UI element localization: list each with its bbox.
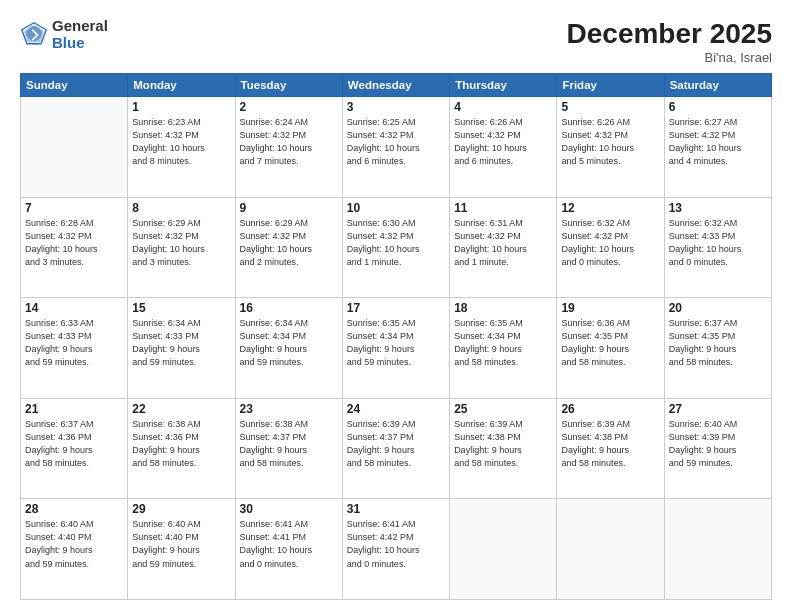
day-number: 6 — [669, 100, 767, 114]
weekday-header: Monday — [128, 74, 235, 97]
day-info: Sunrise: 6:34 AM Sunset: 4:33 PM Dayligh… — [132, 317, 230, 369]
calendar-cell: 13Sunrise: 6:32 AM Sunset: 4:33 PM Dayli… — [664, 197, 771, 298]
calendar-week-row: 7Sunrise: 6:28 AM Sunset: 4:32 PM Daylig… — [21, 197, 772, 298]
day-info: Sunrise: 6:40 AM Sunset: 4:40 PM Dayligh… — [132, 518, 230, 570]
day-number: 27 — [669, 402, 767, 416]
header: General Blue December 2025 Bi'na, Israel — [20, 18, 772, 65]
calendar-cell: 3Sunrise: 6:25 AM Sunset: 4:32 PM Daylig… — [342, 97, 449, 198]
day-info: Sunrise: 6:40 AM Sunset: 4:40 PM Dayligh… — [25, 518, 123, 570]
logo-blue: Blue — [52, 35, 108, 52]
day-number: 1 — [132, 100, 230, 114]
calendar-week-row: 21Sunrise: 6:37 AM Sunset: 4:36 PM Dayli… — [21, 398, 772, 499]
calendar-cell: 9Sunrise: 6:29 AM Sunset: 4:32 PM Daylig… — [235, 197, 342, 298]
calendar-cell: 14Sunrise: 6:33 AM Sunset: 4:33 PM Dayli… — [21, 298, 128, 399]
calendar-cell — [557, 499, 664, 600]
day-info: Sunrise: 6:27 AM Sunset: 4:32 PM Dayligh… — [669, 116, 767, 168]
title-area: December 2025 Bi'na, Israel — [567, 18, 772, 65]
day-number: 15 — [132, 301, 230, 315]
day-info: Sunrise: 6:30 AM Sunset: 4:32 PM Dayligh… — [347, 217, 445, 269]
calendar-cell: 21Sunrise: 6:37 AM Sunset: 4:36 PM Dayli… — [21, 398, 128, 499]
calendar-cell: 7Sunrise: 6:28 AM Sunset: 4:32 PM Daylig… — [21, 197, 128, 298]
day-number: 3 — [347, 100, 445, 114]
page: General Blue December 2025 Bi'na, Israel… — [0, 0, 792, 612]
calendar-week-row: 1Sunrise: 6:23 AM Sunset: 4:32 PM Daylig… — [21, 97, 772, 198]
calendar-cell: 25Sunrise: 6:39 AM Sunset: 4:38 PM Dayli… — [450, 398, 557, 499]
day-info: Sunrise: 6:25 AM Sunset: 4:32 PM Dayligh… — [347, 116, 445, 168]
day-info: Sunrise: 6:37 AM Sunset: 4:36 PM Dayligh… — [25, 418, 123, 470]
day-number: 2 — [240, 100, 338, 114]
day-info: Sunrise: 6:33 AM Sunset: 4:33 PM Dayligh… — [25, 317, 123, 369]
day-info: Sunrise: 6:31 AM Sunset: 4:32 PM Dayligh… — [454, 217, 552, 269]
day-number: 19 — [561, 301, 659, 315]
day-number: 10 — [347, 201, 445, 215]
day-info: Sunrise: 6:40 AM Sunset: 4:39 PM Dayligh… — [669, 418, 767, 470]
calendar-cell: 18Sunrise: 6:35 AM Sunset: 4:34 PM Dayli… — [450, 298, 557, 399]
weekday-header: Sunday — [21, 74, 128, 97]
day-info: Sunrise: 6:39 AM Sunset: 4:38 PM Dayligh… — [454, 418, 552, 470]
calendar-cell: 19Sunrise: 6:36 AM Sunset: 4:35 PM Dayli… — [557, 298, 664, 399]
day-info: Sunrise: 6:32 AM Sunset: 4:32 PM Dayligh… — [561, 217, 659, 269]
day-info: Sunrise: 6:26 AM Sunset: 4:32 PM Dayligh… — [561, 116, 659, 168]
calendar-cell: 31Sunrise: 6:41 AM Sunset: 4:42 PM Dayli… — [342, 499, 449, 600]
calendar-cell: 27Sunrise: 6:40 AM Sunset: 4:39 PM Dayli… — [664, 398, 771, 499]
day-info: Sunrise: 6:35 AM Sunset: 4:34 PM Dayligh… — [454, 317, 552, 369]
day-number: 16 — [240, 301, 338, 315]
calendar-cell: 30Sunrise: 6:41 AM Sunset: 4:41 PM Dayli… — [235, 499, 342, 600]
day-number: 8 — [132, 201, 230, 215]
day-number: 24 — [347, 402, 445, 416]
day-number: 9 — [240, 201, 338, 215]
calendar-cell: 15Sunrise: 6:34 AM Sunset: 4:33 PM Dayli… — [128, 298, 235, 399]
day-number: 21 — [25, 402, 123, 416]
day-number: 13 — [669, 201, 767, 215]
calendar-cell: 29Sunrise: 6:40 AM Sunset: 4:40 PM Dayli… — [128, 499, 235, 600]
logo: General Blue — [20, 18, 108, 51]
calendar-cell: 4Sunrise: 6:26 AM Sunset: 4:32 PM Daylig… — [450, 97, 557, 198]
day-number: 22 — [132, 402, 230, 416]
calendar-cell: 1Sunrise: 6:23 AM Sunset: 4:32 PM Daylig… — [128, 97, 235, 198]
day-info: Sunrise: 6:39 AM Sunset: 4:38 PM Dayligh… — [561, 418, 659, 470]
day-info: Sunrise: 6:34 AM Sunset: 4:34 PM Dayligh… — [240, 317, 338, 369]
calendar-cell: 2Sunrise: 6:24 AM Sunset: 4:32 PM Daylig… — [235, 97, 342, 198]
calendar-cell: 22Sunrise: 6:38 AM Sunset: 4:36 PM Dayli… — [128, 398, 235, 499]
day-info: Sunrise: 6:29 AM Sunset: 4:32 PM Dayligh… — [240, 217, 338, 269]
day-number: 11 — [454, 201, 552, 215]
day-number: 17 — [347, 301, 445, 315]
logo-icon — [20, 21, 48, 49]
calendar-cell: 23Sunrise: 6:38 AM Sunset: 4:37 PM Dayli… — [235, 398, 342, 499]
day-number: 30 — [240, 502, 338, 516]
weekday-header: Tuesday — [235, 74, 342, 97]
day-number: 5 — [561, 100, 659, 114]
day-info: Sunrise: 6:35 AM Sunset: 4:34 PM Dayligh… — [347, 317, 445, 369]
calendar-cell — [450, 499, 557, 600]
calendar-cell — [664, 499, 771, 600]
calendar-cell: 8Sunrise: 6:29 AM Sunset: 4:32 PM Daylig… — [128, 197, 235, 298]
weekday-header: Saturday — [664, 74, 771, 97]
day-number: 18 — [454, 301, 552, 315]
calendar-cell: 10Sunrise: 6:30 AM Sunset: 4:32 PM Dayli… — [342, 197, 449, 298]
day-info: Sunrise: 6:41 AM Sunset: 4:41 PM Dayligh… — [240, 518, 338, 570]
day-number: 20 — [669, 301, 767, 315]
day-number: 31 — [347, 502, 445, 516]
calendar-week-row: 28Sunrise: 6:40 AM Sunset: 4:40 PM Dayli… — [21, 499, 772, 600]
calendar-cell — [21, 97, 128, 198]
calendar-cell: 11Sunrise: 6:31 AM Sunset: 4:32 PM Dayli… — [450, 197, 557, 298]
weekday-header-row: SundayMondayTuesdayWednesdayThursdayFrid… — [21, 74, 772, 97]
day-info: Sunrise: 6:26 AM Sunset: 4:32 PM Dayligh… — [454, 116, 552, 168]
day-number: 23 — [240, 402, 338, 416]
day-number: 7 — [25, 201, 123, 215]
calendar-cell: 17Sunrise: 6:35 AM Sunset: 4:34 PM Dayli… — [342, 298, 449, 399]
day-number: 29 — [132, 502, 230, 516]
day-info: Sunrise: 6:29 AM Sunset: 4:32 PM Dayligh… — [132, 217, 230, 269]
day-info: Sunrise: 6:38 AM Sunset: 4:36 PM Dayligh… — [132, 418, 230, 470]
day-info: Sunrise: 6:41 AM Sunset: 4:42 PM Dayligh… — [347, 518, 445, 570]
location: Bi'na, Israel — [567, 50, 772, 65]
weekday-header: Wednesday — [342, 74, 449, 97]
calendar-cell: 28Sunrise: 6:40 AM Sunset: 4:40 PM Dayli… — [21, 499, 128, 600]
day-info: Sunrise: 6:23 AM Sunset: 4:32 PM Dayligh… — [132, 116, 230, 168]
weekday-header: Thursday — [450, 74, 557, 97]
day-info: Sunrise: 6:36 AM Sunset: 4:35 PM Dayligh… — [561, 317, 659, 369]
day-info: Sunrise: 6:38 AM Sunset: 4:37 PM Dayligh… — [240, 418, 338, 470]
logo-text: General Blue — [52, 18, 108, 51]
calendar-cell: 5Sunrise: 6:26 AM Sunset: 4:32 PM Daylig… — [557, 97, 664, 198]
day-number: 14 — [25, 301, 123, 315]
